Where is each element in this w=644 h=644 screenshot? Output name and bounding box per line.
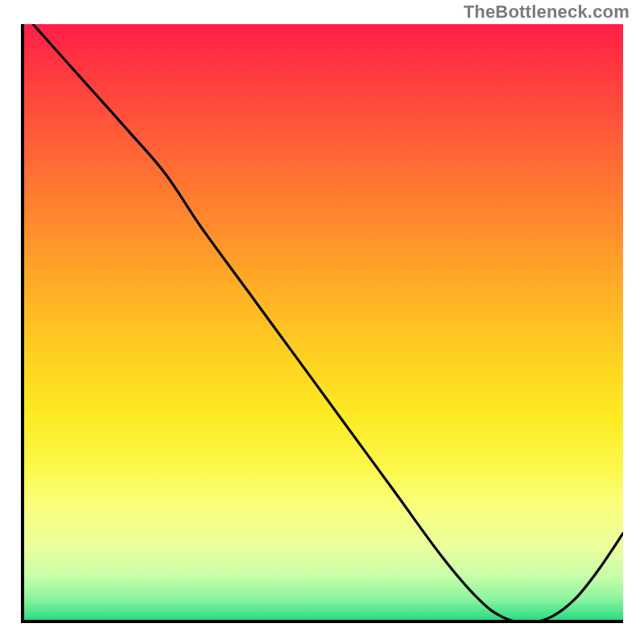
plot-area [21,24,623,623]
attribution-text: TheBottleneck.com [464,2,630,23]
chart-root: TheBottleneck.com [0,0,644,644]
